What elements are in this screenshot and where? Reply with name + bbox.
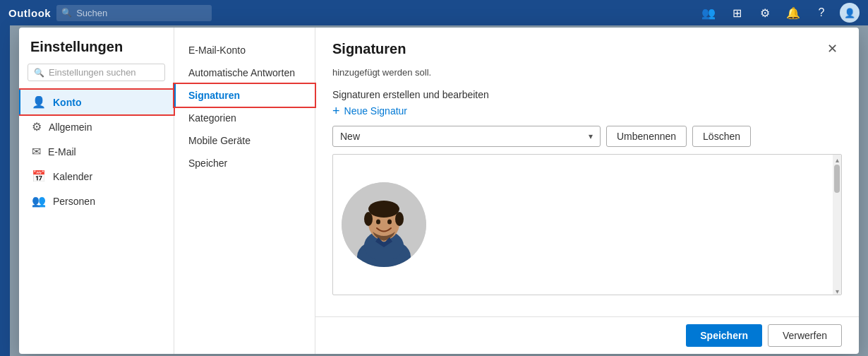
middle-item-auto-antworten[interactable]: Automatische Antworten bbox=[174, 61, 315, 84]
settings-icon[interactable]: ⚙ bbox=[755, 3, 775, 23]
sidebar-item-kalender[interactable]: 📅 Kalender bbox=[19, 164, 174, 189]
svg-point-9 bbox=[387, 220, 392, 225]
scroll-thumb[interactable] bbox=[834, 165, 840, 193]
topbar-search-input[interactable] bbox=[56, 5, 212, 21]
svg-point-8 bbox=[376, 220, 380, 225]
save-button[interactable]: Speichern bbox=[686, 324, 762, 347]
new-sig-label: Neue Signatur bbox=[344, 105, 408, 117]
topbar: Outlook 🔍 👥 ⊞ ⚙ 🔔 ? 👤 bbox=[0, 0, 868, 25]
settings-search-icon: 🔍 bbox=[34, 68, 44, 78]
signature-editor-inner bbox=[333, 155, 833, 295]
editor-scrollbar[interactable]: ▴ ▾ bbox=[833, 155, 841, 295]
signaturen-title: Signaturen bbox=[332, 41, 406, 57]
people-icon[interactable]: 👥 bbox=[699, 3, 718, 23]
topbar-icons: 👥 ⊞ ⚙ 🔔 ? 👤 bbox=[699, 3, 860, 23]
grid-icon[interactable]: ⊞ bbox=[727, 3, 747, 23]
allgemein-label: Allgemein bbox=[49, 121, 92, 133]
help-icon[interactable]: ? bbox=[812, 3, 831, 23]
nav-sidebar bbox=[0, 25, 10, 356]
settings-bottom-bar: Speichern Verwerfen bbox=[315, 316, 859, 354]
new-signature-button[interactable]: + Neue Signatur bbox=[332, 105, 407, 117]
signature-dropdown[interactable]: New ▾ bbox=[332, 126, 601, 147]
middle-item-speicher[interactable]: Speicher bbox=[174, 152, 315, 174]
scroll-hint-text: hinzugefügt werden soll. bbox=[332, 64, 842, 83]
signature-editor[interactable]: ▴ ▾ bbox=[332, 154, 842, 295]
middle-item-mobile-geraete[interactable]: Mobile Geräte bbox=[174, 129, 315, 152]
notification-icon[interactable]: 🔔 bbox=[783, 3, 803, 23]
sidebar-item-personen[interactable]: 👥 Personen bbox=[19, 189, 174, 213]
allgemein-icon: ⚙ bbox=[32, 120, 42, 134]
rename-button[interactable]: Umbenennen bbox=[606, 126, 687, 147]
avatar bbox=[342, 182, 426, 267]
kalender-icon: 📅 bbox=[32, 170, 46, 183]
konto-label: Konto bbox=[53, 97, 81, 108]
settings-search-box[interactable]: 🔍 bbox=[28, 64, 165, 81]
settings-right-header: Signaturen ✕ bbox=[315, 28, 859, 64]
settings-body: Einstellungen 🔍 👤 Konto ⚙ Allgemein bbox=[19, 28, 859, 354]
svg-point-5 bbox=[368, 201, 399, 218]
svg-point-7 bbox=[395, 212, 404, 226]
settings-left-panel: Einstellungen 🔍 👤 Konto ⚙ Allgemein bbox=[19, 28, 174, 354]
signature-dropdown-value: New bbox=[340, 131, 360, 142]
middle-item-kategorien[interactable]: Kategorien bbox=[174, 107, 315, 129]
settings-title: Einstellungen bbox=[19, 39, 174, 64]
discard-button[interactable]: Verwerfen bbox=[768, 324, 842, 347]
konto-icon: 👤 bbox=[32, 95, 46, 109]
close-button[interactable]: ✕ bbox=[822, 39, 842, 59]
middle-item-signaturen[interactable]: Signaturen bbox=[174, 84, 315, 107]
settings-right-content: hinzugefügt werden soll. Signaturen erst… bbox=[315, 64, 859, 316]
middle-item-email-konto[interactable]: E-Mail-Konto bbox=[174, 39, 315, 61]
kalender-label: Kalender bbox=[53, 171, 92, 182]
personen-icon: 👥 bbox=[32, 194, 46, 208]
settings-search-input[interactable] bbox=[49, 67, 159, 78]
svg-point-6 bbox=[364, 212, 373, 226]
app-logo: Outlook bbox=[8, 7, 51, 19]
personen-label: Personen bbox=[53, 196, 95, 207]
user-avatar-icon[interactable]: 👤 bbox=[840, 3, 860, 23]
plus-icon: + bbox=[332, 105, 340, 117]
sidebar-item-allgemein[interactable]: ⚙ Allgemein bbox=[19, 114, 174, 139]
delete-button[interactable]: Löschen bbox=[692, 126, 751, 147]
scroll-down-arrow[interactable]: ▾ bbox=[834, 287, 840, 293]
scroll-up-arrow[interactable]: ▴ bbox=[834, 156, 840, 162]
modal-overlay: Einstellungen 🔍 👤 Konto ⚙ Allgemein bbox=[10, 25, 868, 356]
main-layout: Einstellungen 🔍 👤 Konto ⚙ Allgemein bbox=[0, 25, 868, 356]
email-label: E-Mail bbox=[48, 146, 76, 158]
email-icon: ✉ bbox=[32, 145, 41, 158]
avatar-image bbox=[342, 182, 426, 267]
sidebar-item-email[interactable]: ✉ E-Mail bbox=[19, 139, 174, 164]
settings-middle-panel: E-Mail-Konto Automatische Antworten Sign… bbox=[174, 28, 315, 354]
signature-row: New ▾ Umbenennen Löschen bbox=[332, 126, 842, 147]
sig-create-label: Signaturen erstellen und bearbeiten bbox=[332, 89, 842, 100]
search-icon: 🔍 bbox=[61, 8, 72, 18]
sidebar-item-konto[interactable]: 👤 Konto bbox=[19, 90, 174, 114]
chevron-down-icon: ▾ bbox=[589, 131, 593, 141]
settings-dialog: Einstellungen 🔍 👤 Konto ⚙ Allgemein bbox=[19, 28, 859, 354]
settings-right-panel: Signaturen ✕ hinzugefügt werden soll. Si… bbox=[315, 28, 859, 354]
